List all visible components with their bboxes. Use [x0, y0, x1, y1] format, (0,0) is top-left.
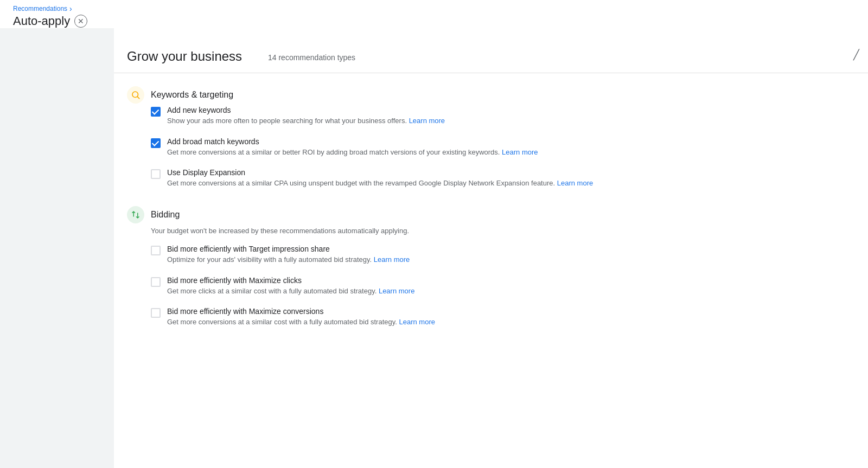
rec-desc-add-new-keywords: Show your ads more often to people searc… — [167, 116, 855, 126]
category-name-keywords-targeting: Keywords & targeting — [151, 90, 233, 100]
rec-label-add-broad-match: Add broad match keywords — [167, 137, 855, 146]
close-icon: ✕ — [78, 17, 84, 25]
rec-items-bidding: Bid more efficiently with Target impress… — [151, 245, 855, 328]
breadcrumb[interactable]: Recommendations › — [13, 4, 855, 13]
rec-text-use-display-expansion: Use Display ExpansionGet more conversion… — [167, 168, 855, 189]
category-icon-bidding — [127, 206, 144, 223]
rec-label-add-new-keywords: Add new keywords — [167, 106, 855, 114]
page-title: Auto-apply ✕ — [13, 14, 855, 28]
checkbox-target-impression-share[interactable] — [151, 246, 161, 255]
rec-desc-add-broad-match: Get more conversions at a similar or bet… — [167, 147, 855, 158]
close-button[interactable]: ✕ — [74, 15, 87, 28]
svg-line-1 — [137, 97, 139, 98]
rec-label-maximize-clicks: Bid more efficiently with Maximize click… — [167, 276, 855, 285]
category-bidding: BiddingYour budget won't be increased by… — [127, 206, 855, 328]
checkbox-wrap-maximize-conversions — [151, 308, 161, 319]
rec-desc-target-impression-share: Optimize for your ads' visibility with a… — [167, 254, 855, 265]
breadcrumb-label[interactable]: Recommendations — [13, 5, 67, 12]
rec-desc-maximize-conversions: Get more conversions at a similar cost w… — [167, 317, 855, 328]
checkbox-wrap-use-display-expansion — [151, 169, 161, 181]
category-header-bidding: Bidding — [127, 206, 855, 223]
page-title-text: Auto-apply — [13, 14, 70, 28]
rec-text-add-new-keywords: Add new keywordsShow your ads more often… — [167, 106, 855, 126]
learn-more-target-impression-share[interactable]: Learn more — [374, 255, 410, 264]
section-title: Grow your business — [127, 49, 268, 64]
rec-text-maximize-conversions: Bid more efficiently with Maximize conve… — [167, 307, 855, 328]
checkbox-wrap-maximize-clicks — [151, 277, 161, 289]
rec-item-target-impression-share: Bid more efficiently with Target impress… — [151, 245, 855, 265]
rec-item-use-display-expansion: Use Display ExpansionGet more conversion… — [151, 168, 855, 189]
rec-text-add-broad-match: Add broad match keywordsGet more convers… — [167, 137, 855, 158]
rec-item-maximize-clicks: Bid more efficiently with Maximize click… — [151, 276, 855, 297]
rec-desc-use-display-expansion: Get more conversions at a similar CPA us… — [167, 178, 855, 189]
checkbox-add-broad-match[interactable] — [151, 138, 161, 148]
rec-label-use-display-expansion: Use Display Expansion — [167, 168, 855, 177]
checkbox-wrap-add-broad-match — [151, 138, 161, 150]
rec-text-target-impression-share: Bid more efficiently with Target impress… — [167, 245, 855, 265]
main-content: Grow your business 14 recommendation typ… — [114, 0, 868, 468]
content-body: Keywords & targetingAdd new keywordsShow… — [114, 73, 868, 358]
rec-item-maximize-conversions: Bid more efficiently with Maximize conve… — [151, 307, 855, 328]
rec-desc-maximize-clicks: Get more clicks at a similar cost with a… — [167, 286, 855, 297]
learn-more-add-broad-match[interactable]: Learn more — [502, 148, 538, 156]
learn-more-use-display-expansion[interactable]: Learn more — [557, 179, 593, 187]
breadcrumb-arrow: › — [69, 4, 72, 13]
category-name-bidding: Bidding — [151, 210, 180, 220]
category-icon-keywords-targeting — [127, 86, 144, 104]
learn-more-maximize-conversions[interactable]: Learn more — [399, 318, 435, 326]
rec-item-add-new-keywords: Add new keywordsShow your ads more often… — [151, 106, 855, 126]
checkbox-wrap-target-impression-share — [151, 246, 161, 257]
checkbox-maximize-clicks[interactable] — [151, 277, 161, 287]
rec-label-target-impression-share: Bid more efficiently with Target impress… — [167, 245, 855, 253]
rec-items-keywords-targeting: Add new keywordsShow your ads more often… — [151, 106, 855, 189]
checkbox-maximize-conversions[interactable] — [151, 308, 161, 318]
sidebar — [0, 0, 114, 468]
category-header-keywords-targeting: Keywords & targeting — [127, 86, 855, 104]
edit-icon[interactable]: ╱ — [853, 49, 859, 61]
category-keywords-targeting: Keywords & targetingAdd new keywordsShow… — [127, 86, 855, 189]
learn-more-add-new-keywords[interactable]: Learn more — [409, 117, 445, 125]
learn-more-maximize-clicks[interactable]: Learn more — [379, 287, 414, 295]
rec-label-maximize-conversions: Bid more efficiently with Maximize conve… — [167, 307, 855, 316]
checkbox-add-new-keywords[interactable] — [151, 107, 161, 117]
rec-text-maximize-clicks: Bid more efficiently with Maximize click… — [167, 276, 855, 297]
checkbox-use-display-expansion[interactable] — [151, 169, 161, 179]
checkbox-wrap-add-new-keywords — [151, 107, 161, 118]
rec-types-label: 14 recommendation types — [268, 49, 355, 62]
breadcrumb-area: Recommendations › Auto-apply ✕ — [0, 0, 868, 28]
category-note-bidding: Your budget won't be increased by these … — [151, 226, 855, 236]
rec-item-add-broad-match: Add broad match keywordsGet more convers… — [151, 137, 855, 158]
